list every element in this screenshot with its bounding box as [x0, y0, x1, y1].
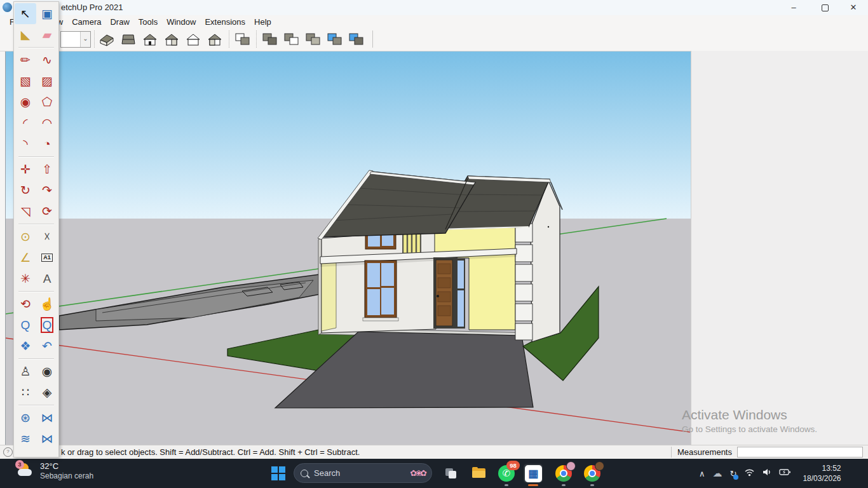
tool-protractor-button[interactable]: ∠: [15, 247, 36, 268]
tool-zoom-window-button[interactable]: Q: [36, 315, 58, 336]
tool-pie-button[interactable]: ◔: [36, 133, 58, 154]
tool-paint-bucket-button[interactable]: ◣: [15, 24, 36, 45]
solid-tool-outer-shell-button[interactable]: [233, 30, 252, 48]
close-button[interactable]: ✕: [843, 2, 864, 13]
tool-zoom-extents-button[interactable]: ❖: [15, 336, 36, 356]
wifi-icon[interactable]: [744, 468, 755, 479]
tool-circle-button[interactable]: ◉: [15, 92, 36, 112]
main-window[interactable]: [363, 261, 398, 321]
weather-icon: 3: [17, 462, 36, 480]
view-front-button[interactable]: [140, 30, 159, 48]
view-top-button[interactable]: [119, 30, 138, 48]
view-iso-button[interactable]: [97, 30, 116, 48]
onedrive-cloud-icon[interactable]: ☁: [713, 468, 722, 479]
house-left-wing-wall[interactable]: [322, 262, 336, 331]
taskbar-search[interactable]: Search ✿❀✿: [294, 463, 432, 483]
view-left-button[interactable]: [205, 30, 224, 48]
tool-follow-me-button[interactable]: ↷: [36, 180, 58, 201]
tool-eraser-button[interactable]: ▰: [36, 24, 58, 45]
tool-two-point-arc-button[interactable]: ◠: [36, 112, 58, 133]
chrome-profile-2-button[interactable]: [583, 464, 602, 483]
tool-dimension-button[interactable]: ☓: [36, 226, 58, 247]
tool-scale-button[interactable]: ◹: [15, 201, 36, 222]
tool-pan-button[interactable]: ☝: [36, 294, 58, 315]
tool-ext-flip-2-button[interactable]: ⋈: [36, 428, 58, 449]
tool-orbit-icon: ⟲: [20, 298, 31, 310]
tool-rotate-button[interactable]: ↻: [15, 180, 36, 201]
tool-line-button[interactable]: ✏: [15, 50, 36, 71]
search-label: Search: [314, 468, 340, 478]
menu-item-help[interactable]: Help: [250, 17, 276, 27]
tool-push-pull-button[interactable]: ⇧: [36, 159, 58, 180]
minimize-button[interactable]: –: [783, 2, 804, 13]
taskbar-weather-widget[interactable]: 3 32°C Sebagian cerah: [17, 461, 93, 480]
geolocation-icon[interactable]: ?: [3, 447, 13, 457]
file-explorer-button[interactable]: [469, 464, 488, 483]
solid-tool-trim-button[interactable]: [325, 30, 344, 48]
view-right-button[interactable]: [162, 30, 181, 48]
tool-zoom-extents-icon: ❖: [20, 340, 31, 352]
tool-text-button[interactable]: A1: [36, 247, 58, 268]
tool-three-point-arc-button[interactable]: ◝: [15, 133, 36, 154]
menu-item-extensions[interactable]: Extensions: [200, 17, 250, 27]
tool-ext-flip-button[interactable]: ⋈: [36, 407, 58, 428]
whatsapp-badge: 98: [506, 461, 520, 470]
task-view-button[interactable]: [441, 464, 460, 483]
tool-offset-button[interactable]: ⟳: [36, 201, 58, 222]
tool-push-pull-icon: ⇧: [42, 163, 52, 175]
tool-ext-layers-button[interactable]: ≋: [15, 428, 36, 449]
tool-rotated-rectangle-button[interactable]: ▨: [36, 71, 58, 92]
tool-make-component-button[interactable]: ▣: [36, 3, 58, 24]
sketchup-taskbar-button[interactable]: ▦: [524, 464, 543, 483]
tool-position-camera-button[interactable]: ♙: [15, 361, 36, 382]
chevron-down-icon[interactable]: ⌄: [80, 32, 90, 47]
tool-select-button[interactable]: ↖: [15, 3, 36, 24]
tool-look-around-button[interactable]: ◉: [36, 361, 58, 382]
quoin: [515, 304, 532, 321]
start-button[interactable]: [271, 466, 286, 481]
tool-arc-button[interactable]: ◜: [15, 112, 36, 133]
view-iso-icon: [99, 32, 114, 46]
palette-separator: [15, 154, 58, 159]
tool-orbit-button[interactable]: ⟲: [15, 294, 36, 315]
solid-tool-intersect-button[interactable]: [261, 30, 280, 48]
tool-zoom-button[interactable]: Q: [15, 315, 36, 336]
menu-item-tools[interactable]: Tools: [134, 17, 162, 27]
menu-item-window[interactable]: Window: [162, 17, 200, 27]
menu-item-draw[interactable]: Draw: [105, 17, 133, 27]
tool-polygon-button[interactable]: ⬠: [36, 92, 58, 112]
whatsapp-button[interactable]: ✆ 98: [497, 464, 516, 483]
tool-section-plane-button[interactable]: ◈: [36, 382, 58, 403]
tool-move-button[interactable]: ✛: [15, 159, 36, 180]
tool-tape-measure-button[interactable]: ⊙: [15, 226, 36, 247]
tool-walk-button[interactable]: ∷: [15, 382, 36, 403]
restore-icon: [822, 4, 829, 11]
battery-icon[interactable]: [779, 468, 791, 479]
tool-3d-text-button[interactable]: A: [36, 268, 58, 289]
measurements-input[interactable]: [737, 447, 863, 458]
tool-rectangle-button[interactable]: ▧: [15, 71, 36, 92]
update-sync-icon[interactable]: ↻: [730, 469, 737, 478]
search-icon: [301, 470, 308, 477]
model-viewport[interactable]: [5, 51, 691, 445]
solid-tools-toolbar: [261, 30, 366, 48]
solid-tool-split-button[interactable]: [347, 30, 366, 48]
view-back-button[interactable]: [184, 30, 203, 48]
solid-tool-subtract-button[interactable]: [304, 30, 323, 48]
solid-tool-union-button[interactable]: [282, 30, 301, 48]
toolbar-combobox[interactable]: ⌄: [60, 31, 91, 48]
tool-freehand-button[interactable]: ∿: [36, 50, 58, 71]
chrome-profile-1-button[interactable]: [554, 464, 573, 483]
tool-previous-button[interactable]: ↶: [36, 336, 58, 356]
menu-item-camera[interactable]: Camera: [67, 17, 105, 27]
tool-axes-button[interactable]: ✳: [15, 268, 36, 289]
speaker-icon[interactable]: [763, 468, 771, 479]
front-door[interactable]: [433, 257, 465, 329]
hidden-icons-chevron[interactable]: ∧: [699, 469, 705, 478]
toolbar-separator: [229, 30, 230, 48]
tool-ext-component-button[interactable]: ⊛: [15, 407, 36, 428]
taskbar-clock[interactable]: 13:52 18/03/2026: [803, 463, 841, 484]
house-left-edge[interactable]: [318, 238, 322, 335]
tool-follow-me-icon: ↷: [42, 184, 52, 196]
system-tray: ∧ ☁ ↻ 13:52 18/03/2026: [699, 464, 841, 483]
